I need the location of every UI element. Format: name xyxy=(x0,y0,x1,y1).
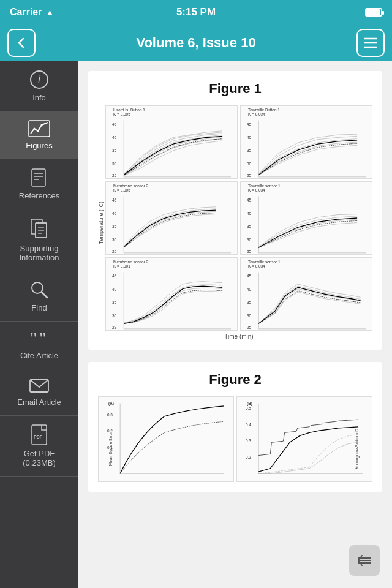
svg-point-6 xyxy=(34,128,36,130)
time-label: 5:15 PM xyxy=(176,6,216,18)
sidebar-item-supporting-label: Supporting Information xyxy=(19,244,59,262)
svg-text:Lizard Is. Button 1: Lizard Is. Button 1 xyxy=(113,108,145,112)
sidebar-item-info-label: Info xyxy=(32,93,46,102)
svg-text:Membrane sensor 2: Membrane sensor 2 xyxy=(113,260,149,264)
figure1-title: Figure 1 xyxy=(98,81,372,97)
svg-text:35: 35 xyxy=(112,148,117,153)
svg-text:2: 2 xyxy=(148,254,150,254)
svg-text:0: 0 xyxy=(123,330,125,330)
svg-text:1: 1 xyxy=(135,330,137,330)
svg-text:Membrane sensor 2: Membrane sensor 2 xyxy=(113,184,149,188)
svg-text:5: 5 xyxy=(165,178,167,178)
svg-point-7 xyxy=(37,130,39,132)
svg-text:K = 0.034: K = 0.034 xyxy=(248,112,265,116)
svg-text:20: 20 xyxy=(318,330,323,330)
nav-title: Volume 6, Issue 10 xyxy=(136,35,255,51)
svg-text:4: 4 xyxy=(173,254,175,254)
figures-icon xyxy=(28,120,50,137)
sidebar-item-references[interactable]: References xyxy=(0,159,78,209)
svg-text:5: 5 xyxy=(185,254,187,254)
svg-text:K = 0.001: K = 0.001 xyxy=(113,264,130,268)
references-icon xyxy=(29,168,49,187)
sidebar-item-cite[interactable]: " " Cite Article xyxy=(0,322,78,369)
svg-text:10: 10 xyxy=(285,330,290,330)
svg-text:40: 40 xyxy=(112,135,117,140)
svg-text:4: 4 xyxy=(156,178,159,178)
find-icon xyxy=(29,280,49,300)
svg-text:0: 0 xyxy=(257,178,260,178)
sidebar-item-info[interactable]: i Info xyxy=(0,61,78,111)
svg-text:0.3: 0.3 xyxy=(107,413,113,417)
svg-text:30: 30 xyxy=(112,162,117,166)
svg-text:0.3: 0.3 xyxy=(246,439,251,443)
sidebar-item-supporting[interactable]: Supporting Information xyxy=(0,209,78,271)
subplot-a: (A) Mean-Square Error 0.3 0.2 0.1 xyxy=(98,396,234,482)
sidebar-item-figures[interactable]: Figures xyxy=(0,111,78,159)
svg-text:10: 10 xyxy=(285,178,290,178)
svg-text:30: 30 xyxy=(112,238,117,242)
svg-text:0: 0 xyxy=(123,254,125,254)
sidebar-item-email-label: Email Article xyxy=(17,398,61,407)
svg-text:0.4: 0.4 xyxy=(246,423,251,427)
svg-text:": " xyxy=(39,330,46,347)
sidebar-item-cite-label: Cite Article xyxy=(20,351,58,360)
svg-text:K = 0.005: K = 0.005 xyxy=(113,188,130,192)
subplot-3: Membrane sensor 2 K = 0.005 45 40 35 30 … xyxy=(105,181,238,255)
svg-text:7: 7 xyxy=(182,178,184,178)
svg-text:(B): (B) xyxy=(247,401,252,406)
svg-text:20: 20 xyxy=(318,178,323,178)
sidebar-item-figures-label: Figures xyxy=(26,141,52,150)
svg-text:25: 25 xyxy=(247,173,252,178)
figure1-xaxis-label: Time (min) xyxy=(105,333,372,340)
sidebar-item-email[interactable]: Email Article xyxy=(0,369,78,416)
sidebar-item-pdf-label: Get PDF (0.23MB) xyxy=(23,449,55,467)
svg-text:8: 8 xyxy=(217,330,220,330)
cite-icon: " " xyxy=(29,330,49,347)
svg-text:8: 8 xyxy=(190,178,193,178)
svg-text:0: 0 xyxy=(257,254,260,254)
svg-text:4: 4 xyxy=(173,330,175,330)
sidebar: i Info Figures References xyxy=(0,61,78,588)
svg-text:40: 40 xyxy=(112,287,117,292)
svg-text:6: 6 xyxy=(173,178,176,178)
svg-text:2: 2 xyxy=(148,330,150,330)
supporting-icon xyxy=(29,218,49,240)
svg-text:5: 5 xyxy=(185,330,187,330)
sidebar-item-pdf[interactable]: PDF Get PDF (0.23MB) xyxy=(0,416,78,477)
wifi-icon: ▲ xyxy=(45,7,54,17)
svg-text:6: 6 xyxy=(197,330,200,330)
sidebar-item-find[interactable]: Find xyxy=(0,271,78,322)
svg-point-8 xyxy=(41,124,43,126)
svg-text:35: 35 xyxy=(247,148,252,153)
back-button[interactable] xyxy=(7,29,36,57)
pdf-icon: PDF xyxy=(31,424,48,445)
svg-text:K = 0.034: K = 0.034 xyxy=(248,188,265,192)
svg-text:3: 3 xyxy=(148,178,150,178)
content-area[interactable]: Figure 1 Temperature (°C) Lizard Is. But… xyxy=(78,61,392,588)
menu-button[interactable] xyxy=(356,29,385,57)
scroll-button[interactable] xyxy=(349,545,380,576)
svg-text:1: 1 xyxy=(135,254,137,254)
svg-text:10: 10 xyxy=(205,178,210,178)
menu-icon xyxy=(364,37,377,48)
subplot-6: Townville sensor 1 K = 0.034 45 40 35 30… xyxy=(240,257,372,331)
svg-text:45: 45 xyxy=(112,274,117,278)
figure1-section: Figure 1 Temperature (°C) Lizard Is. But… xyxy=(88,71,382,350)
svg-text:10: 10 xyxy=(285,254,290,254)
svg-text:0.2: 0.2 xyxy=(246,455,251,459)
main-layout: i Info Figures References xyxy=(0,61,392,588)
svg-text:12: 12 xyxy=(214,178,219,178)
svg-line-20 xyxy=(42,292,47,298)
svg-rect-9 xyxy=(32,169,45,186)
svg-text:45: 45 xyxy=(247,122,252,126)
battery-icon xyxy=(365,8,382,17)
figure1-grid: Lizard Is. Button 1 K = 0.005 45 40 35 3… xyxy=(105,105,372,331)
svg-text:1: 1 xyxy=(130,178,133,178)
svg-text:45: 45 xyxy=(247,198,252,202)
svg-text:3: 3 xyxy=(160,330,162,330)
svg-text:40: 40 xyxy=(112,211,117,216)
subplot-b: (B) Kolmogorov-Smirnov D 0.5 0.4 0.3 0.2 xyxy=(236,396,372,482)
figure2-grid: (A) Mean-Square Error 0.3 0.2 0.1 xyxy=(98,396,372,482)
svg-text:35: 35 xyxy=(247,224,252,228)
svg-text:9 10: 9 10 xyxy=(224,330,232,330)
